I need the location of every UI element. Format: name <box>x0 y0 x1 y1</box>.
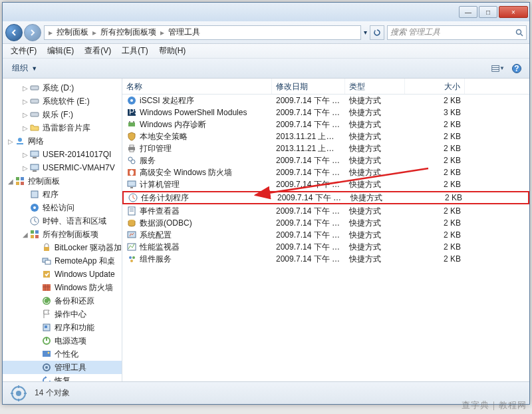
svg-rect-47 <box>129 121 130 122</box>
table-row[interactable]: 服务2009.7.14 下午 1...快捷方式2 KB <box>122 154 529 166</box>
file-type: 快捷方式 <box>345 218 405 229</box>
table-row[interactable]: 计算机管理2009.7.14 下午 1...快捷方式2 KB <box>122 178 529 190</box>
tree-twisty-icon[interactable]: ▷ <box>21 151 29 158</box>
list-header: 名称 修改日期 类型 大小 <box>122 79 529 95</box>
tree-twisty-icon[interactable]: ▷ <box>7 138 15 145</box>
crumb-allitems[interactable]: 所有控制面板项 <box>98 27 159 38</box>
sidebar-item[interactable]: 程序 <box>3 188 122 201</box>
file-date: 2013.11.21 上午 ... <box>272 143 345 154</box>
crumb-admin[interactable]: 管理工具 <box>166 27 203 38</box>
sidebar-item-label: 操作中心 <box>55 309 86 320</box>
forward-button[interactable] <box>24 24 41 41</box>
view-options-button[interactable]: ▼ <box>491 62 505 75</box>
organize-button[interactable]: 组织 ▼ <box>8 61 41 75</box>
tasksched-icon <box>128 192 138 203</box>
table-row[interactable]: 数据源(ODBC)2009.7.14 下午 1...快捷方式2 KB <box>122 217 529 229</box>
table-row[interactable]: Windows 内存诊断2009.7.14 下午 1...快捷方式2 KB <box>122 118 529 130</box>
sidebar-item[interactable]: 恢复 <box>3 374 122 381</box>
table-row[interactable]: 高级安全 Windows 防火墙2009.7.14 下午 1...快捷方式2 K… <box>122 166 529 178</box>
sidebar-item[interactable]: ◢所有控制面板项 <box>3 228 122 241</box>
sidebar-item[interactable]: ▷迅雷影音片库 <box>3 121 122 134</box>
sidebar-item[interactable]: ▷USERMIC-VMAH7V <box>3 161 122 174</box>
sidebar-item[interactable]: ◢控制面板 <box>3 174 122 188</box>
col-date[interactable]: 修改日期 <box>272 79 345 94</box>
sidebar-item[interactable]: 管理工具 <box>3 361 122 374</box>
crumb-cpanel[interactable]: 控制面板 <box>54 27 91 38</box>
file-size: 2 KB <box>405 156 465 165</box>
sidebar-item[interactable]: 程序和功能 <box>3 321 122 334</box>
table-row[interactable]: 任务计划程序2009.7.14 下午 1...快捷方式2 KB <box>122 191 529 204</box>
sidebar-item[interactable]: ▷娱乐 (F:) <box>3 108 122 121</box>
col-size[interactable]: 大小 <box>405 79 465 94</box>
table-row[interactable]: 事件查看器2009.7.14 下午 1...快捷方式2 KB <box>122 205 529 217</box>
menu-view[interactable]: 查看(V) <box>79 44 116 58</box>
table-row[interactable]: 性能监视器2009.7.14 下午 1...快捷方式2 KB <box>122 241 529 253</box>
sidebar-item[interactable]: ▷系统 (D:) <box>3 81 122 95</box>
list-body[interactable]: iSCSI 发起程序2009.7.14 下午 1...快捷方式2 KBPSWin… <box>122 95 529 381</box>
table-row[interactable]: 本地安全策略2013.11.21 上午 ...快捷方式2 KB <box>122 130 529 142</box>
search-input[interactable]: 搜索 管理工具 <box>387 25 527 40</box>
tree-twisty-icon[interactable]: ▷ <box>21 111 29 118</box>
sidebar-item[interactable]: 操作中心 <box>3 308 122 321</box>
chevron-right-icon: ▸ <box>91 28 98 37</box>
menu-edit[interactable]: 编辑(E) <box>42 44 79 58</box>
update-icon <box>41 269 52 280</box>
sidebar-item-label: 所有控制面板项 <box>43 229 98 240</box>
file-size: 2 KB <box>406 193 466 202</box>
menu-help[interactable]: 帮助(H) <box>154 44 192 58</box>
menu-tools[interactable]: 工具(T) <box>116 44 153 58</box>
svg-rect-18 <box>16 182 19 185</box>
menu-file[interactable]: 文件(F) <box>5 44 42 58</box>
table-row[interactable]: PSWindows PowerShell Modules2009.7.14 下午… <box>122 106 529 118</box>
table-row[interactable]: 系统配置2009.7.14 下午 1...快捷方式2 KB <box>122 229 529 241</box>
ease-icon <box>29 202 40 213</box>
breadcrumb[interactable]: ▸ 控制面板 ▸ 所有控制面板项 ▸ 管理工具 <box>44 25 361 40</box>
file-type: 快捷方式 <box>345 107 405 118</box>
sidebar-item[interactable]: RemoteApp 和桌 <box>3 254 122 268</box>
table-row[interactable]: 组件服务2009.7.14 下午 1...快捷方式2 KB <box>122 253 529 265</box>
table-row[interactable]: 打印管理2013.11.21 上午 ...快捷方式2 KB <box>122 142 529 154</box>
tree-twisty-icon[interactable]: ▷ <box>21 164 29 172</box>
sidebar-item-label: 程序和功能 <box>55 322 94 333</box>
sidebar-item[interactable]: Windows Update <box>3 268 122 281</box>
sidebar-item[interactable]: ▷网络 <box>3 134 122 148</box>
eventvwr-icon <box>126 206 137 216</box>
sidebar-item[interactable]: 电源选项 <box>3 334 122 347</box>
tree-twisty-icon[interactable]: ▷ <box>21 98 29 105</box>
help-icon[interactable]: ? <box>509 62 524 75</box>
svg-rect-8 <box>31 99 39 103</box>
svg-rect-35 <box>45 325 47 328</box>
sidebar[interactable]: ▷系统 (D:)▷系统软件 (E:)▷娱乐 (F:)▷迅雷影音片库▷网络▷USE… <box>3 79 122 381</box>
body: ▷系统 (D:)▷系统软件 (E:)▷娱乐 (F:)▷迅雷影音片库▷网络▷USE… <box>3 79 529 381</box>
cpanel-icon <box>15 176 25 186</box>
svg-rect-55 <box>128 181 136 186</box>
col-type[interactable]: 类型 <box>345 79 405 94</box>
file-type: 快捷方式 <box>345 230 405 241</box>
svg-point-0 <box>517 29 521 34</box>
refresh-button[interactable] <box>370 25 384 40</box>
sidebar-item[interactable]: 个性化 <box>3 347 122 361</box>
sidebar-item[interactable]: BitLocker 驱动器加 <box>3 241 122 254</box>
close-button[interactable]: × <box>499 6 528 18</box>
maximize-button[interactable]: □ <box>479 6 497 18</box>
sidebar-item[interactable]: Windows 防火墙 <box>3 281 122 294</box>
sidebar-item[interactable]: ▷系统软件 (E:) <box>3 95 122 108</box>
tree-twisty-icon[interactable]: ◢ <box>7 178 15 185</box>
file-date: 2009.7.14 下午 1... <box>272 179 345 190</box>
sidebar-item[interactable]: 备份和还原 <box>3 294 122 308</box>
svg-rect-15 <box>33 170 37 172</box>
power-icon <box>41 335 52 346</box>
sidebar-item[interactable]: 轻松访问 <box>3 201 122 214</box>
sidebar-item[interactable]: 时钟、语言和区域 <box>3 214 122 228</box>
tree-twisty-icon[interactable]: ◢ <box>21 231 29 238</box>
navbar: ▸ 控制面板 ▸ 所有控制面板项 ▸ 管理工具 ▾ 搜索 管理工具 <box>3 21 529 44</box>
sidebar-item[interactable]: ▷USER-20141017QI <box>3 148 122 161</box>
back-button[interactable] <box>5 24 23 41</box>
breadcrumb-dropdown-icon[interactable]: ▾ <box>364 29 367 36</box>
tree-twisty-icon[interactable]: ▷ <box>21 85 29 92</box>
tree-twisty-icon[interactable]: ▷ <box>21 124 29 132</box>
file-date: 2009.7.14 下午 1... <box>272 206 345 217</box>
col-name[interactable]: 名称 <box>122 79 272 94</box>
minimize-button[interactable]: — <box>459 6 477 18</box>
table-row[interactable]: iSCSI 发起程序2009.7.14 下午 1...快捷方式2 KB <box>122 95 529 106</box>
